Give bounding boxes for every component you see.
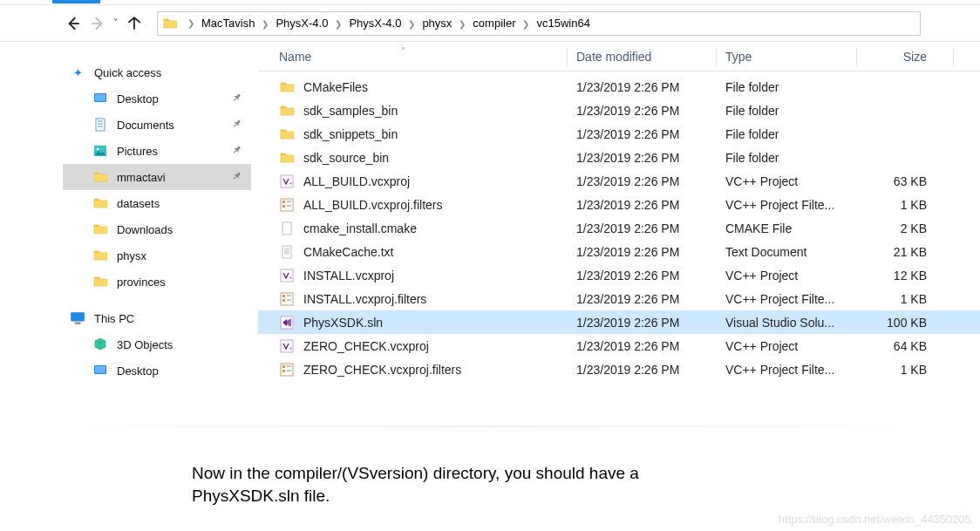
chevron-icon: ❯: [256, 19, 274, 29]
col-date-label: Date modified: [576, 50, 651, 64]
star-icon: ✦: [70, 65, 85, 80]
col-type[interactable]: Type: [725, 50, 856, 64]
svg-line-30: [234, 176, 236, 179]
nav-item[interactable]: Pictures: [63, 138, 251, 164]
pin-icon: [228, 117, 244, 133]
breadcrumb-segment[interactable]: PhysX-4.0: [347, 17, 403, 30]
file-row[interactable]: INSTALL.vcxproj1/23/2019 2:26 PMVC++ Pro…: [258, 263, 980, 287]
breadcrumb-segment[interactable]: vc15win64: [534, 17, 591, 30]
file-row[interactable]: sdk_snippets_bin1/23/2019 2:26 PMFile fo…: [258, 122, 980, 146]
file-row[interactable]: ALL_BUILD.vcxproj1/23/2019 2:26 PMVC++ P…: [258, 169, 980, 193]
file-name: CMakeCache.txt: [303, 245, 393, 259]
nav-item[interactable]: 3D Objects: [63, 331, 251, 357]
filters-icon: [280, 292, 294, 306]
file-icon: [279, 174, 295, 189]
address-bar[interactable]: ❯ MacTavish❯PhysX-4.0❯PhysX-4.0❯physx❯co…: [157, 11, 921, 36]
file-row[interactable]: CMakeFiles1/23/2019 2:26 PMFile folder: [258, 75, 980, 99]
chevron-icon: ❯: [453, 19, 471, 29]
file-size: 1 KB: [866, 198, 953, 212]
nav-item-icon: [92, 274, 108, 289]
file-row[interactable]: ZERO_CHECK.vcxproj1/23/2019 2:26 PMVC++ …: [258, 334, 980, 357]
up-button[interactable]: [124, 13, 145, 34]
file-row[interactable]: ALL_BUILD.vcxproj.filters1/23/2019 2:26 …: [258, 193, 980, 216]
separator-shadow: [0, 425, 980, 427]
file-type: File folder: [725, 127, 856, 141]
back-button[interactable]: [63, 13, 84, 34]
file-date: 1/23/2019 2:26 PM: [576, 316, 716, 330]
caption-text: Now in the compiler/(VSversion) director…: [192, 462, 750, 507]
col-divider[interactable]: [953, 48, 954, 65]
blank-icon: [280, 221, 294, 235]
file-icon: [279, 291, 295, 307]
breadcrumb-segment[interactable]: PhysX-4.0: [274, 17, 330, 30]
col-divider[interactable]: [856, 48, 857, 65]
arrow-left-icon: [65, 16, 81, 31]
nav-item[interactable]: mmactavi: [63, 164, 251, 190]
nav-item-icon: [92, 221, 108, 237]
vcx-icon: [280, 339, 294, 353]
navigation-pane: ✦ Quick access DesktopDocumentsPicturesm…: [0, 42, 258, 417]
txt-icon: [280, 245, 294, 259]
nav-item[interactable]: Desktop: [63, 85, 251, 112]
folder-icon: [163, 17, 177, 31]
watermark: https://blog.csdn.net/weixin_44350205: [779, 513, 971, 526]
nav-item-icon: [92, 195, 108, 211]
nav-item-label: Pictures: [117, 145, 158, 158]
file-size: 1 KB: [866, 363, 953, 377]
this-pc-label: This PC: [94, 312, 134, 325]
arrow-right-icon: [90, 16, 105, 31]
breadcrumb-segment[interactable]: MacTavish: [200, 17, 256, 30]
filters-icon: [280, 198, 294, 212]
file-row[interactable]: ZERO_CHECK.vcxproj.filters1/23/2019 2:26…: [258, 357, 980, 381]
nav-quick-access[interactable]: ✦ Quick access: [63, 59, 251, 85]
file-size: 64 KB: [866, 339, 953, 353]
file-rows: CMakeFiles1/23/2019 2:26 PMFile foldersd…: [258, 71, 980, 381]
nav-this-pc[interactable]: This PC: [63, 305, 251, 331]
file-name: ZERO_CHECK.vcxproj.filters: [303, 363, 461, 377]
nav-item[interactable]: datasets: [63, 190, 251, 216]
col-name[interactable]: Name ˄: [279, 50, 567, 64]
recent-locations-button[interactable]: ˅: [113, 17, 119, 29]
active-tab-indicator: [52, 0, 100, 3]
file-icon: [279, 315, 295, 330]
shape3d-icon: [93, 337, 107, 351]
nav-item[interactable]: Desktop: [63, 357, 251, 384]
nav-item-icon: [92, 337, 108, 352]
file-list-pane: Name ˄ Date modified Type Size CMakeFile…: [258, 42, 980, 417]
chevron-icon: ❯: [330, 19, 347, 29]
col-divider[interactable]: [716, 48, 717, 65]
file-row[interactable]: sdk_source_bin1/23/2019 2:26 PMFile fold…: [258, 146, 980, 169]
col-divider[interactable]: [567, 48, 568, 65]
file-type: VC++ Project: [725, 269, 856, 283]
file-row[interactable]: INSTALL.vcxproj.filters1/23/2019 2:26 PM…: [258, 287, 980, 310]
file-row[interactable]: sdk_samples_bin1/23/2019 2:26 PMFile fol…: [258, 99, 980, 122]
file-type: File folder: [725, 104, 856, 118]
col-size[interactable]: Size: [866, 50, 953, 64]
file-row[interactable]: PhysXSDK.sln1/23/2019 2:26 PMVisual Stud…: [258, 310, 980, 334]
col-date[interactable]: Date modified: [576, 50, 716, 64]
file-date: 1/23/2019 2:26 PM: [576, 198, 716, 212]
nav-item[interactable]: physx: [63, 242, 251, 269]
breadcrumb-segment[interactable]: compiler: [471, 17, 517, 30]
pictures-icon: [93, 144, 107, 158]
file-type: VC++ Project Filte...: [725, 363, 856, 377]
col-size-label: Size: [903, 50, 927, 64]
nav-item-label: Downloads: [117, 223, 173, 236]
arrow-up-icon: [126, 16, 142, 31]
desktop-icon: [93, 364, 107, 378]
nav-item-label: datasets: [117, 197, 160, 210]
breadcrumb-segment[interactable]: physx: [420, 17, 453, 30]
file-name: INSTALL.vcxproj: [303, 269, 394, 283]
forward-button[interactable]: [87, 13, 108, 34]
folder-icon: [93, 275, 107, 289]
file-row[interactable]: CMakeCache.txt1/23/2019 2:26 PMText Docu…: [258, 240, 980, 263]
file-row[interactable]: cmake_install.cmake1/23/2019 2:26 PMCMAK…: [258, 216, 980, 240]
folder-icon: [93, 196, 107, 210]
file-icon: [279, 126, 295, 142]
nav-item[interactable]: Downloads: [63, 216, 251, 242]
file-type: File folder: [725, 80, 856, 94]
nav-item[interactable]: Documents: [63, 112, 251, 138]
nav-item-label: Documents: [117, 119, 174, 132]
nav-item-icon: [92, 248, 108, 263]
nav-item[interactable]: provinces: [63, 269, 251, 295]
